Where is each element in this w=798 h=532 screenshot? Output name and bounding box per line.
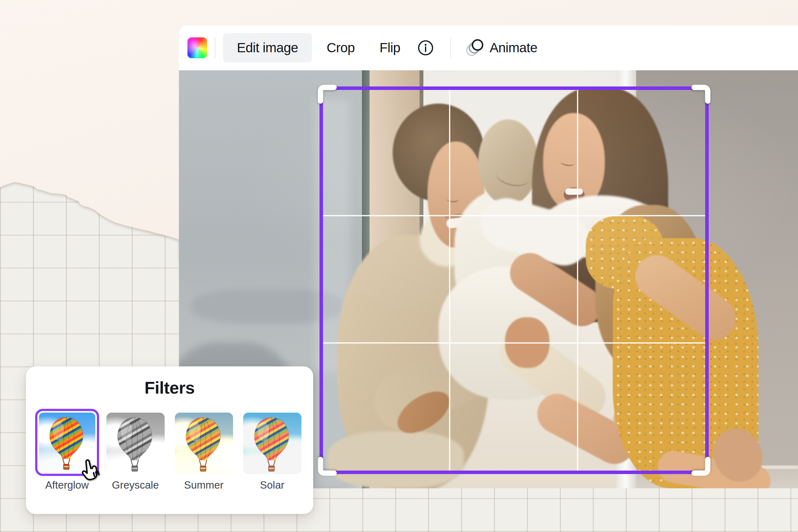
filters-row: Afterglow Greyscale Summer: [26, 409, 313, 492]
filter-thumbnail-summer: [175, 413, 233, 474]
crop-handle-top-left[interactable]: [317, 84, 337, 104]
crop-selection-border[interactable]: [320, 87, 709, 474]
filter-option-greyscale[interactable]: Greyscale: [103, 409, 168, 492]
flip-button[interactable]: Flip: [379, 40, 400, 55]
crop-handle-bottom-left[interactable]: [317, 456, 337, 477]
crop-overlay: [320, 87, 709, 474]
editor-stage: Edit image Crop Flip Animate Filters: [0, 0, 798, 532]
filter-label: Solar: [240, 479, 304, 491]
crop-handle-bottom-right[interactable]: [691, 456, 711, 477]
filter-thumbnail-solar: [243, 413, 302, 474]
animate-icon: [465, 38, 485, 58]
filter-option-summer[interactable]: Summer: [172, 409, 236, 492]
animate-label: Animate: [490, 40, 537, 55]
info-icon[interactable]: [417, 39, 435, 57]
hot-air-balloon-icon: [243, 413, 302, 474]
filters-panel: Filters Afterglow Greyscale: [26, 366, 313, 514]
edit-image-label: Edit image: [237, 40, 298, 55]
filter-thumbnail-greyscale: [107, 413, 165, 474]
editor-toolbar: Edit image Crop Flip Animate: [179, 25, 798, 70]
crop-handle-top-right[interactable]: [691, 84, 711, 104]
color-swatch-icon[interactable]: [188, 37, 207, 58]
crop-button[interactable]: Crop: [326, 40, 355, 55]
toolbar-divider: [215, 37, 215, 58]
animate-button[interactable]: Animate: [465, 38, 537, 58]
hot-air-balloon-icon: [175, 413, 233, 474]
filter-label: Summer: [172, 479, 236, 491]
edit-image-button[interactable]: Edit image: [223, 33, 312, 62]
hot-air-balloon-icon: [107, 413, 165, 474]
filter-option-solar[interactable]: Solar: [240, 409, 304, 492]
toolbar-divider: [450, 37, 451, 58]
filters-title: Filters: [26, 378, 313, 397]
filter-label: Greyscale: [103, 479, 168, 491]
